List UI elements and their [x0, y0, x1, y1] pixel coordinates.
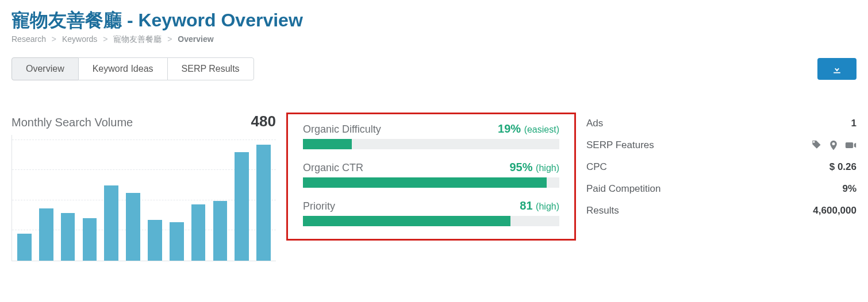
metric-track — [303, 216, 559, 226]
stat-value: 4,600,000 — [813, 205, 857, 216]
metric-value: 95% (high) — [510, 161, 560, 174]
metric-value-num: 95% — [510, 161, 533, 173]
chart-bar — [148, 220, 162, 261]
metric-fill — [303, 216, 510, 226]
metric-organic-difficulty: Organic Difficulty 19% (easiest) — [303, 122, 559, 149]
metric-label: Organic CTR — [303, 162, 363, 174]
stat-label: SERP Features — [586, 140, 654, 151]
tab-overview[interactable]: Overview — [11, 57, 79, 80]
breadcrumb-sep: > — [52, 34, 56, 44]
metrics-panel: Organic Difficulty 19% (easiest) Organic… — [286, 113, 576, 241]
chart-bar — [39, 208, 53, 261]
stat-label: Results — [586, 205, 619, 216]
chart-bar — [126, 193, 140, 261]
stat-results: Results 4,600,000 — [586, 200, 857, 222]
chart-bar — [191, 204, 206, 261]
download-button[interactable] — [817, 58, 857, 80]
breadcrumb-research[interactable]: Research — [11, 34, 46, 44]
metric-value-num: 19% — [498, 122, 521, 135]
metric-value-qual: (high) — [536, 163, 559, 173]
metric-track — [303, 177, 559, 188]
download-icon — [831, 63, 843, 75]
search-volume-label: Monthly Search Volume — [11, 116, 133, 129]
chart-bar — [83, 218, 97, 261]
chart-bar — [61, 213, 75, 261]
stat-paid-competition: Paid Competition 9% — [586, 178, 857, 200]
video-icon — [845, 140, 857, 151]
metric-value-qual: (high) — [536, 202, 559, 211]
metric-value: 19% (easiest) — [498, 122, 559, 135]
serp-feature-icons — [811, 140, 857, 151]
chart-bar — [213, 201, 228, 261]
tag-icon — [811, 140, 822, 151]
breadcrumb: Research > Keywords > 寵物友善餐廳 > Overview — [11, 34, 857, 45]
page-title: 寵物友善餐廳 - Keyword Overview — [11, 8, 857, 33]
breadcrumb-term[interactable]: 寵物友善餐廳 — [113, 34, 162, 44]
metric-fill — [303, 177, 547, 188]
stat-ads: Ads 1 — [586, 113, 857, 134]
chart-bar — [170, 222, 184, 261]
map-pin-icon — [828, 140, 839, 151]
chart-bar — [17, 234, 32, 261]
stat-value: 1 — [851, 118, 857, 129]
stat-serp-features: SERP Features — [586, 134, 857, 156]
stat-label: Ads — [586, 118, 603, 129]
chart-bar — [235, 152, 249, 261]
stat-cpc: CPC $ 0.26 — [586, 156, 857, 178]
metric-value-qual: (easiest) — [524, 125, 559, 134]
search-volume-value: 480 — [251, 113, 276, 130]
stat-value: 9% — [842, 183, 857, 195]
tab-keyword-ideas[interactable]: Keyword Ideas — [78, 57, 168, 80]
stat-value: $ 0.26 — [829, 161, 857, 173]
stat-label: CPC — [586, 161, 607, 173]
stat-label: Paid Competition — [586, 183, 660, 195]
breadcrumb-sep: > — [103, 34, 107, 44]
metric-label: Organic Difficulty — [303, 123, 381, 135]
breadcrumb-keywords[interactable]: Keywords — [62, 34, 97, 44]
tab-serp-results[interactable]: SERP Results — [167, 57, 254, 80]
search-volume-chart — [11, 135, 276, 261]
metric-value-num: 81 — [520, 199, 532, 212]
metric-priority: Priority 81 (high) — [303, 199, 559, 226]
chart-bar — [256, 145, 271, 261]
tab-group: Overview Keyword Ideas SERP Results — [11, 57, 254, 80]
breadcrumb-current: Overview — [178, 34, 213, 44]
metric-track — [303, 139, 559, 149]
breadcrumb-sep: > — [167, 34, 172, 44]
search-volume-panel: Monthly Search Volume 480 — [11, 113, 276, 261]
metric-organic-ctr: Organic CTR 95% (high) — [303, 161, 559, 188]
metric-fill — [303, 139, 352, 149]
stats-panel: Ads 1 SERP Features CPC $ 0.26 Paid Comp… — [586, 113, 857, 222]
chart-bar — [104, 185, 118, 261]
metric-label: Priority — [303, 200, 335, 212]
metric-value: 81 (high) — [520, 199, 559, 212]
